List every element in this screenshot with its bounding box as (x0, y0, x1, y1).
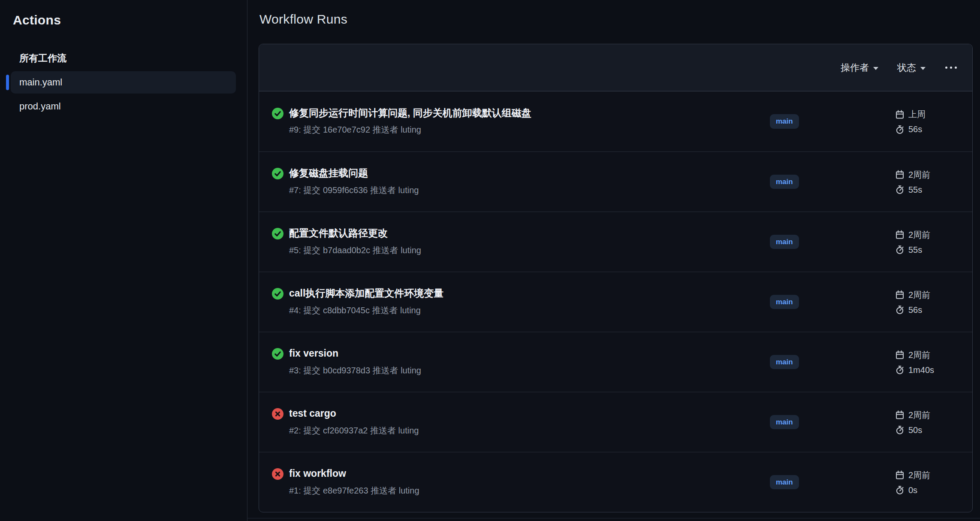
run-meta: 2周前 55s (895, 229, 959, 255)
run-title-link[interactable]: fix version (289, 348, 421, 359)
calendar-icon (895, 410, 905, 420)
run-title-link[interactable]: 修复磁盘挂载问题 (289, 167, 419, 179)
calendar-icon (895, 350, 905, 360)
run-summary: call执行脚本添加配置文件环境变量 #4: 提交 c8dbb7045c 推送者… (272, 288, 770, 316)
stopwatch-icon (895, 185, 905, 194)
chevron-down-icon (873, 67, 878, 70)
sidebar-item-all-workflows[interactable]: 所有工作流 (11, 47, 236, 70)
workflow-list: 所有工作流 main.yaml prod.yaml (6, 47, 236, 119)
run-date: 2周前 (908, 169, 930, 181)
run-summary: 修复磁盘挂载问题 #7: 提交 0959f6c636 推送者 luting (272, 167, 770, 196)
stopwatch-icon (895, 425, 905, 435)
branch-badge[interactable]: main (770, 355, 799, 369)
run-duration: 56s (908, 124, 922, 134)
stopwatch-icon (895, 245, 905, 254)
chevron-down-icon (920, 67, 926, 70)
more-options-button[interactable] (944, 64, 958, 71)
run-meta: 2周前 1m40s (895, 349, 959, 375)
check-circle-icon (272, 288, 283, 300)
workflow-run-row[interactable]: call执行脚本添加配置文件环境变量 #4: 提交 c8dbb7045c 推送者… (259, 272, 972, 332)
active-indicator-bar (6, 75, 9, 90)
run-meta: 2周前 0s (895, 470, 959, 495)
workflow-run-row[interactable]: test cargo #2: 提交 cf260937a2 推送者 luting … (259, 392, 972, 452)
run-commit-info: #1: 提交 e8e97fe263 推送者 luting (289, 485, 419, 497)
run-meta: 2周前 50s (895, 409, 959, 435)
check-circle-icon (272, 348, 283, 360)
branch-badge[interactable]: main (770, 175, 799, 189)
calendar-icon (895, 230, 905, 239)
workflow-run-row[interactable]: 修复同步运行时间计算问题, 同步关机前卸载默认组磁盘 #9: 提交 16e70e… (259, 91, 972, 151)
run-duration: 50s (908, 425, 922, 435)
workflow-runs-main: Workflow Runs 操作者 状态 (247, 0, 980, 521)
run-title-link[interactable]: 修复同步运行时间计算问题, 同步关机前卸载默认组磁盘 (289, 107, 531, 118)
run-date: 2周前 (908, 409, 930, 421)
workflow-run-row[interactable]: 修复磁盘挂载问题 #7: 提交 0959f6c636 推送者 luting ma… (259, 151, 972, 212)
run-duration: 1m40s (908, 365, 934, 375)
check-circle-icon (272, 228, 283, 239)
run-meta: 2周前 56s (895, 289, 959, 315)
check-circle-icon (272, 108, 283, 119)
run-date: 2周前 (908, 229, 930, 241)
sidebar-item-label: 所有工作流 (19, 52, 66, 65)
stopwatch-icon (895, 485, 905, 495)
run-date: 2周前 (908, 470, 930, 481)
calendar-icon (895, 290, 905, 300)
workflow-run-row[interactable]: fix version #3: 提交 b0cd9378d3 推送者 luting… (259, 332, 972, 392)
run-commit-info: #4: 提交 c8dbb7045c 推送者 luting (289, 305, 443, 316)
check-circle-icon (272, 168, 283, 179)
run-summary: test cargo #2: 提交 cf260937a2 推送者 luting (272, 408, 770, 436)
run-commit-info: #3: 提交 b0cd9378d3 推送者 luting (289, 365, 421, 376)
stopwatch-icon (895, 125, 905, 134)
actions-sidebar: Actions 所有工作流 main.yaml prod.yaml (0, 0, 247, 521)
branch-badge[interactable]: main (770, 475, 799, 489)
sidebar-item-prod-yaml[interactable]: prod.yaml (11, 95, 236, 118)
sidebar-item-label: main.yaml (19, 77, 62, 88)
run-list: 修复同步运行时间计算问题, 同步关机前卸载默认组磁盘 #9: 提交 16e70e… (259, 91, 972, 512)
sidebar-title: Actions (13, 13, 236, 27)
run-summary: 配置文件默认路径更改 #5: 提交 b7daad0b2c 推送者 luting (272, 227, 770, 256)
run-duration: 55s (908, 245, 922, 255)
status-filter-dropdown[interactable]: 状态 (897, 61, 926, 74)
sidebar-item-label: prod.yaml (19, 101, 61, 112)
run-title-link[interactable]: test cargo (289, 408, 419, 419)
run-title-link[interactable]: 配置文件默认路径更改 (289, 227, 421, 239)
run-meta: 上周 56s (895, 109, 959, 134)
run-summary: 修复同步运行时间计算问题, 同步关机前卸载默认组磁盘 #9: 提交 16e70e… (272, 107, 770, 136)
calendar-icon (895, 470, 905, 480)
branch-badge[interactable]: main (770, 295, 799, 309)
branch-badge[interactable]: main (770, 114, 799, 128)
x-circle-icon (272, 408, 283, 420)
run-commit-info: #9: 提交 16e70e7c92 推送者 luting (289, 124, 531, 136)
runs-toolbar: 操作者 状态 (259, 44, 972, 91)
run-commit-info: #2: 提交 cf260937a2 推送者 luting (289, 425, 419, 436)
page-title: Workflow Runs (259, 12, 973, 27)
stopwatch-icon (895, 365, 905, 375)
workflow-run-row[interactable]: 配置文件默认路径更改 #5: 提交 b7daad0b2c 推送者 luting … (259, 212, 972, 272)
runs-panel: 操作者 状态 修复同步运行时间计算问题, 同步关机前卸载默认组磁 (259, 44, 973, 512)
calendar-icon (895, 110, 905, 119)
run-duration: 56s (908, 305, 922, 315)
run-date: 2周前 (908, 349, 930, 361)
run-meta: 2周前 55s (895, 169, 959, 195)
stopwatch-icon (895, 305, 905, 315)
run-duration: 55s (908, 185, 922, 195)
run-date: 上周 (908, 109, 926, 120)
sidebar-item-main-yaml[interactable]: main.yaml (11, 71, 236, 94)
ellipsis-icon (945, 67, 947, 69)
actor-filter-label: 操作者 (841, 61, 869, 74)
run-commit-info: #5: 提交 b7daad0b2c 推送者 luting (289, 245, 421, 256)
workflow-run-row[interactable]: fix workflow #1: 提交 e8e97fe263 推送者 lutin… (259, 452, 972, 512)
run-date: 2周前 (908, 289, 930, 301)
run-title-link[interactable]: fix workflow (289, 468, 419, 479)
run-summary: fix version #3: 提交 b0cd9378d3 推送者 luting (272, 348, 770, 376)
run-summary: fix workflow #1: 提交 e8e97fe263 推送者 lutin… (272, 468, 770, 496)
calendar-icon (895, 170, 905, 179)
x-circle-icon (272, 468, 283, 480)
run-title-link[interactable]: call执行脚本添加配置文件环境变量 (289, 288, 443, 299)
run-commit-info: #7: 提交 0959f6c636 推送者 luting (289, 185, 419, 196)
branch-badge[interactable]: main (770, 235, 799, 249)
actor-filter-dropdown[interactable]: 操作者 (841, 61, 878, 74)
branch-badge[interactable]: main (770, 415, 799, 429)
status-filter-label: 状态 (897, 61, 916, 74)
run-duration: 0s (908, 485, 917, 495)
